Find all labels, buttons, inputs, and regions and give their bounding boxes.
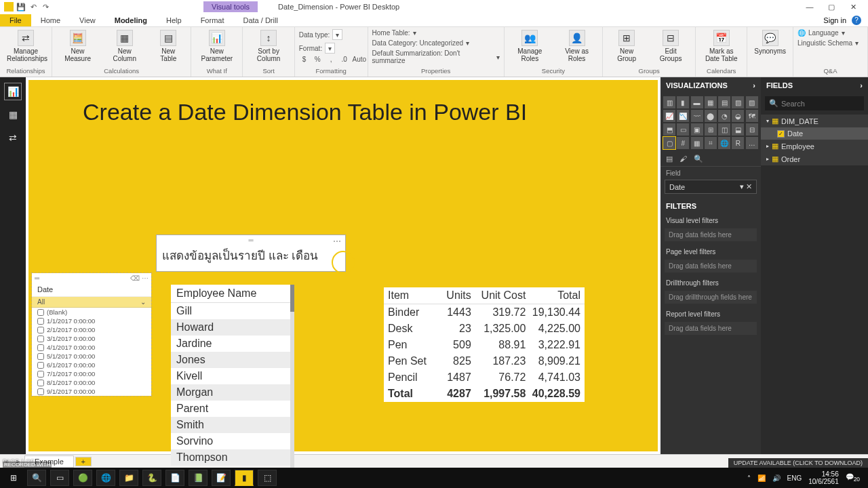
fields-table-node[interactable]: ▸▦Employee — [761, 140, 868, 152]
slicer-item[interactable]: 1/1/2017 0:00:00 — [32, 317, 151, 325]
close-button[interactable]: ✕ — [846, 3, 860, 12]
viz-type-button[interactable]: R — [732, 137, 744, 149]
viz-type-button[interactable]: 🌐 — [718, 137, 730, 149]
table-row[interactable]: Sorvino — [171, 433, 290, 449]
table-row[interactable]: Jardine — [171, 336, 290, 352]
slicer-checkbox[interactable] — [37, 318, 44, 325]
viz-type-button[interactable]: ⬓ — [732, 123, 744, 136]
viz-type-button[interactable]: ⌗ — [705, 137, 717, 149]
report-filters-dropzone[interactable]: Drag data fields here — [665, 322, 757, 335]
taskbar-powerbi[interactable]: ▮ — [235, 470, 254, 486]
textbox-visual[interactable]: ═ ⋯ แสดงข้อมูลเป็นรายปี และ เดือน — [156, 235, 346, 272]
decimals-icon[interactable]: .0 — [339, 56, 350, 63]
new-column-button[interactable]: ▦New Column — [103, 28, 146, 64]
viz-type-button[interactable]: 📉 — [677, 110, 689, 122]
fields-search-input[interactable]: 🔍 Search — [765, 96, 864, 110]
viz-type-button[interactable]: 🗺 — [746, 110, 758, 122]
slicer-item[interactable]: (Blank) — [32, 308, 151, 317]
slicer-item[interactable]: 4/1/2017 0:00:00 — [32, 343, 151, 352]
new-measure-button[interactable]: 🧮New Measure — [56, 28, 99, 64]
table-row[interactable]: Howard — [171, 319, 290, 336]
report-view-button[interactable]: 📊 — [4, 83, 22, 100]
file-tab[interactable]: File — [0, 14, 31, 26]
slicer-item[interactable]: 3/1/2017 0:00:00 — [32, 334, 151, 343]
format-dropdown[interactable]: ▾ — [325, 43, 335, 54]
model-view-button[interactable]: ⇄ — [4, 129, 22, 146]
slicer-checkbox[interactable] — [37, 344, 44, 351]
slicer-item[interactable]: 9/1/2017 0:00:00 — [32, 387, 151, 396]
table-row[interactable]: Binder1443319.7219,130.44 — [384, 304, 585, 321]
data-type-dropdown[interactable]: ▾ — [332, 29, 342, 40]
new-table-button[interactable]: ▤New Table — [150, 28, 186, 64]
viz-type-button[interactable]: ◔ — [718, 110, 730, 122]
fields-tab-icon[interactable]: ▤ — [666, 155, 673, 163]
taskbar-app[interactable]: 🟢 — [73, 470, 92, 486]
tray-chevron-icon[interactable]: ˄ — [747, 474, 751, 482]
tray-clock[interactable]: 14:56 10/6/2561 — [808, 470, 839, 485]
table-row[interactable]: Thompson — [171, 449, 290, 466]
table-row[interactable]: Pencil148776.724,741.03 — [384, 369, 585, 386]
tray-language[interactable]: ENG — [787, 474, 802, 482]
viz-type-button[interactable]: 〰 — [691, 110, 703, 122]
linguistic-schema-dropdown[interactable]: Linguistic Schema ▾ — [797, 39, 863, 47]
home-table-dropdown[interactable]: Home Table: ▾ — [372, 28, 500, 37]
viz-type-button[interactable]: ▤ — [718, 96, 730, 108]
taskbar-app[interactable]: 📄 — [165, 470, 184, 486]
add-page-button[interactable]: + — [75, 457, 92, 466]
viz-type-button[interactable]: 📈 — [663, 110, 675, 122]
drillthrough-dropzone[interactable]: Drag drillthrough fields here — [665, 291, 757, 304]
more-options-icon[interactable]: ⋯ — [142, 274, 149, 282]
table-row[interactable]: Parent — [171, 401, 290, 417]
slicer-checkbox[interactable] — [37, 371, 44, 378]
minimize-button[interactable]: — — [803, 3, 816, 12]
maximize-button[interactable]: ▢ — [825, 3, 838, 12]
slicer-checkbox[interactable] — [37, 336, 44, 342]
slicer-checkbox[interactable] — [37, 388, 44, 395]
tray-volume-icon[interactable]: 🔊 — [772, 474, 781, 482]
viz-type-button[interactable]: ▢ — [663, 137, 675, 149]
task-view-button[interactable]: ▭ — [50, 470, 69, 486]
table-row[interactable]: Kivell — [171, 368, 290, 384]
manage-relationships-button[interactable]: ⇄Manage Relationships — [4, 28, 47, 64]
redo-icon[interactable]: ↷ — [41, 2, 50, 12]
viz-type-button[interactable]: ▦ — [705, 96, 717, 108]
manage-roles-button[interactable]: 👥Manage Roles — [509, 28, 551, 64]
tray-notifications[interactable]: 💬20 — [846, 473, 860, 483]
sort-by-column-button[interactable]: ↕Sort by Column — [247, 28, 290, 64]
tab-data-drill[interactable]: Data / Drill — [233, 14, 287, 26]
analytics-tab-icon[interactable]: 🔍 — [694, 155, 703, 163]
viz-type-button[interactable]: # — [677, 137, 689, 149]
slicer-item[interactable]: 7/1/2017 0:00:00 — [32, 369, 151, 378]
format-tab-icon[interactable]: 🖌 — [679, 155, 687, 163]
taskbar-app[interactable]: 📗 — [189, 470, 208, 486]
taskbar-app[interactable]: 🌐 — [96, 470, 115, 486]
data-view-button[interactable]: ▦ — [4, 106, 22, 123]
table-row[interactable]: Jones — [171, 352, 290, 368]
collapse-icon[interactable]: › — [753, 81, 755, 89]
taskbar-app[interactable]: 🐍 — [142, 470, 161, 486]
slicer-checkbox[interactable] — [37, 327, 44, 333]
field-well-item[interactable]: Date ▾ ✕ — [665, 180, 757, 194]
taskbar-app[interactable]: ⬚ — [258, 470, 277, 486]
slicer-item[interactable]: 8/1/2017 0:00:00 — [32, 378, 151, 387]
new-parameter-button[interactable]: 📊New Parameter — [195, 28, 238, 64]
viz-type-button[interactable]: ▬ — [691, 96, 703, 108]
scrollbar[interactable] — [290, 285, 294, 488]
more-options-icon[interactable]: ⋯ — [333, 237, 341, 246]
tab-view[interactable]: View — [70, 14, 105, 26]
slicer-checkbox[interactable] — [37, 380, 44, 386]
tab-help[interactable]: Help — [157, 14, 191, 26]
table-row[interactable]: Smith — [171, 417, 290, 433]
undo-icon[interactable]: ↶ — [28, 2, 38, 12]
slicer-checkbox[interactable] — [37, 362, 44, 369]
taskbar-app[interactable]: 📁 — [119, 470, 138, 486]
page-filters-dropzone[interactable]: Drag data fields here — [665, 260, 757, 272]
viz-type-button[interactable]: ▮ — [677, 96, 689, 108]
synonyms-button[interactable]: 💬Synonyms — [751, 28, 789, 56]
update-banner[interactable]: UPDATE AVAILABLE (CLICK TO DOWNLOAD) — [728, 458, 868, 468]
fields-table-node[interactable]: ▸▦Order — [761, 152, 868, 165]
table-row[interactable]: Pen50988.913,222.91 — [384, 337, 585, 353]
viz-type-button[interactable]: ▣ — [691, 123, 703, 136]
remove-field-icon[interactable]: ✕ — [746, 182, 752, 190]
slicer-item[interactable]: 2/1/2017 0:00:00 — [32, 325, 151, 334]
